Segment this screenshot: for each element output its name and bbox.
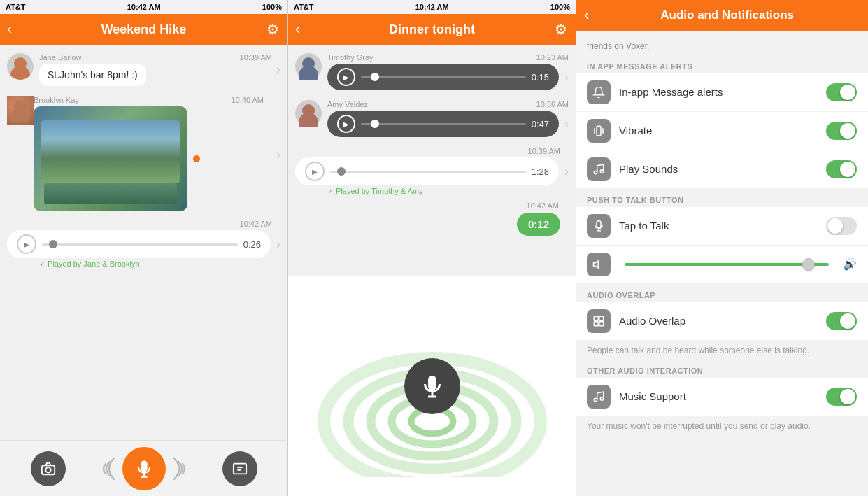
ptt-big-button[interactable]: [404, 358, 460, 414]
audio-duration-1: 0:26: [243, 239, 261, 250]
audio-player-dark-1[interactable]: ▶ 0:15: [327, 64, 559, 90]
nav-title-2: Dinner tonight: [389, 22, 475, 37]
message-time-brooklyn: 10:40 AM: [232, 96, 264, 104]
svg-rect-6: [141, 460, 147, 472]
svg-rect-30: [594, 316, 598, 320]
chevron-icon-audio-1: ›: [276, 237, 280, 252]
row-music-support: Music Support: [576, 378, 868, 416]
row-in-app-alerts: In-app Message alerts: [576, 73, 868, 112]
left-waves: [99, 451, 120, 486]
icon-in-app-alerts: [587, 80, 611, 104]
icon-audio-overlap: [587, 309, 611, 333]
svg-rect-32: [594, 322, 598, 326]
message-time-1: 10:39 AM: [240, 53, 272, 62]
toggle-tap-to-talk[interactable]: [826, 217, 857, 235]
desc-music-support: Your music won't be interrupted until yo…: [576, 416, 868, 435]
toggle-audio-overlap[interactable]: [826, 312, 857, 330]
section-label-overlap: AUDIO OVERLAP: [576, 284, 868, 302]
svg-point-35: [600, 397, 604, 400]
svg-point-25: [600, 170, 604, 173]
bottom-bar-1: [0, 440, 287, 496]
toggle-play-sounds[interactable]: [826, 160, 857, 178]
time-amy: 10:36 AM: [536, 100, 569, 108]
panel-audio-notifications: ‹ Audio and Notifications friends on Vox…: [576, 0, 868, 496]
svg-rect-26: [597, 220, 601, 228]
chat-meta-amy: Amy Valdez 10:36 AM: [327, 100, 569, 108]
chat-message-1: Jane Barlow 10:39 AM St.John's bar 8pm! …: [0, 50, 287, 89]
audio-player-light[interactable]: ▶ 1:28: [295, 157, 559, 185]
icon-music-support: [587, 385, 611, 409]
play-button-amy[interactable]: ▶: [337, 115, 355, 133]
row-play-sounds: Play Sounds: [576, 150, 868, 189]
played-label-2: Played by Timothy & Amy: [295, 187, 569, 196]
knob-timothy: [371, 73, 379, 81]
label-vibrate: Vibrate: [619, 125, 826, 136]
back-button-3[interactable]: ‹: [584, 6, 589, 24]
play-button-1[interactable]: ▶: [17, 234, 36, 254]
duration-amy: 0:47: [532, 119, 549, 129]
chat-meta-brooklyn: Brooklyn Kay 10:40 AM: [34, 96, 264, 104]
play-button-light[interactable]: ▶: [305, 162, 325, 181]
audio-body-amy: Amy Valdez 10:36 AM ▶ 0:47 ›: [327, 100, 569, 137]
play-button-timothy[interactable]: ▶: [337, 68, 355, 86]
audio-row-light: 10:39 AM ▶ 1:28 › Played by Timothy & Am…: [288, 144, 576, 199]
svg-point-3: [10, 108, 30, 122]
duration-timothy: 0:15: [532, 72, 549, 83]
audio-row-amy: Amy Valdez 10:36 AM ▶ 0:47 ›: [288, 97, 576, 140]
ptt-area-1: [99, 447, 190, 490]
battery-2: 100%: [550, 3, 570, 11]
message-body-1: Jane Barlow 10:39 AM St.John's bar 8pm! …: [39, 53, 272, 86]
label-in-app-alerts: In-app Message alerts: [619, 86, 826, 98]
chat-meta-timothy: Timothy Gray 10:23 AM: [327, 53, 569, 62]
right-waves: [169, 451, 190, 486]
icon-vibrate: [587, 119, 611, 143]
image-thumbnail[interactable]: [34, 106, 187, 211]
svg-point-14: [299, 113, 318, 127]
svg-point-1: [10, 66, 30, 80]
panel-weekend-hike: AT&T 10:42 AM 100% ‹ Weekend Hike ⚙ Jane…: [0, 0, 288, 496]
svg-point-34: [594, 398, 597, 402]
avatar-brooklyn: [7, 96, 34, 125]
nav-title-1: Weekend Hike: [101, 22, 187, 37]
volume-knob[interactable]: [802, 258, 815, 271]
audio-body-timothy: Timothy Gray 10:23 AM ▶ 0:15 ›: [327, 53, 569, 90]
volume-high-icon: 🔊: [843, 257, 857, 271]
intro-text: friends on Voxer.: [576, 36, 868, 55]
outgoing-bubble-row: 0:12: [288, 213, 576, 236]
carrier-2: AT&T: [294, 3, 314, 11]
audio-player-dark-2[interactable]: ▶ 0:47: [327, 111, 559, 137]
ptt-button-main[interactable]: [122, 447, 166, 490]
audio-track-1: [42, 243, 238, 246]
camera-button[interactable]: [31, 451, 66, 486]
toggle-vibrate[interactable]: [826, 122, 857, 140]
chat-button[interactable]: [222, 451, 257, 486]
svg-rect-23: [597, 126, 601, 136]
settings-icon-1[interactable]: ⚙: [266, 21, 279, 38]
audio-time-label-1: 10:42 AM: [7, 220, 280, 228]
row-vibrate: Vibrate: [576, 112, 868, 150]
svg-point-24: [594, 171, 597, 174]
label-music-support: Music Support: [619, 390, 826, 402]
status-bar-2: AT&T 10:42 AM 100%: [288, 0, 576, 14]
section-label-other: OTHER AUDIO INTERACTION: [576, 360, 868, 378]
ptt-area-panel2: [288, 276, 576, 497]
back-button-2[interactable]: ‹: [295, 20, 300, 38]
outgoing-duration-bubble: 0:12: [517, 213, 560, 236]
duration-light: 1:28: [532, 166, 549, 177]
volume-track[interactable]: [625, 263, 829, 266]
panel-dinner-tonight: AT&T 10:42 AM 100% ‹ Dinner tonight ⚙ Ti…: [288, 0, 576, 496]
svg-rect-20: [428, 376, 436, 390]
track-light: [330, 171, 526, 173]
audio-message-row-1: 10:42 AM ▶ 0:26 › Played by Jane & Brook…: [0, 217, 287, 271]
icon-tap-to-talk: [587, 214, 611, 238]
toggle-in-app-alerts[interactable]: [826, 83, 857, 101]
svg-marker-29: [594, 261, 599, 269]
text-bubble-1[interactable]: St.John's bar 8pm! :): [39, 64, 146, 86]
audio-knob-1: [49, 240, 57, 248]
audio-player-1[interactable]: ▶ 0:26: [7, 230, 271, 258]
toggle-music-support[interactable]: [826, 388, 857, 406]
settings-icon-2[interactable]: ⚙: [555, 21, 567, 38]
back-button-1[interactable]: ‹: [7, 20, 12, 38]
chevron-amy: ›: [564, 117, 569, 132]
played-label-1: Played by Jane & Brooklyn: [7, 260, 280, 269]
